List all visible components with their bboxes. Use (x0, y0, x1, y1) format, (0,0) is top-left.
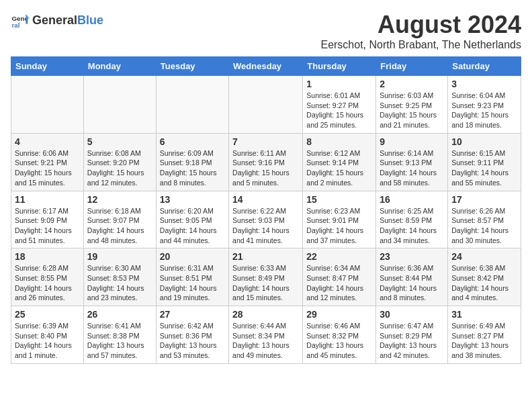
day-number: 16 (380, 194, 444, 205)
cell-content: Sunrise: 6:30 AM Sunset: 8:53 PM Dayligh… (87, 263, 152, 303)
table-row: 14Sunrise: 6:22 AM Sunset: 9:03 PM Dayli… (229, 191, 303, 248)
table-row: 9Sunrise: 6:14 AM Sunset: 9:13 PM Daylig… (376, 133, 448, 191)
cell-content: Sunrise: 6:18 AM Sunset: 9:07 PM Dayligh… (87, 206, 152, 246)
cell-content: Sunrise: 6:06 AM Sunset: 9:21 PM Dayligh… (15, 148, 80, 188)
day-number: 25 (15, 309, 80, 320)
header-monday: Monday (83, 57, 156, 76)
day-number: 23 (380, 251, 444, 262)
table-row: 18Sunrise: 6:28 AM Sunset: 8:55 PM Dayli… (11, 248, 84, 306)
header-thursday: Thursday (303, 57, 376, 76)
table-row: 6Sunrise: 6:09 AM Sunset: 9:18 PM Daylig… (156, 133, 228, 191)
day-number: 12 (87, 194, 152, 205)
cell-content: Sunrise: 6:36 AM Sunset: 8:44 PM Dayligh… (380, 263, 444, 303)
cell-content: Sunrise: 6:39 AM Sunset: 8:40 PM Dayligh… (15, 321, 80, 361)
table-row: 7Sunrise: 6:11 AM Sunset: 9:16 PM Daylig… (229, 133, 303, 191)
day-number: 1 (306, 79, 372, 89)
cell-content: Sunrise: 6:46 AM Sunset: 8:32 PM Dayligh… (306, 321, 372, 361)
table-row: 13Sunrise: 6:20 AM Sunset: 9:05 PM Dayli… (156, 191, 228, 248)
cell-content: Sunrise: 6:22 AM Sunset: 9:03 PM Dayligh… (232, 206, 299, 246)
table-row: 28Sunrise: 6:44 AM Sunset: 8:34 PM Dayli… (229, 306, 303, 364)
table-row: 15Sunrise: 6:23 AM Sunset: 9:01 PM Dayli… (303, 191, 376, 248)
week-row-5: 25Sunrise: 6:39 AM Sunset: 8:40 PM Dayli… (11, 306, 521, 364)
table-row: 3Sunrise: 6:04 AM Sunset: 9:23 PM Daylig… (448, 76, 521, 134)
table-row: 19Sunrise: 6:30 AM Sunset: 8:53 PM Dayli… (83, 248, 156, 306)
day-number: 14 (232, 194, 299, 205)
cell-content: Sunrise: 6:34 AM Sunset: 8:47 PM Dayligh… (306, 263, 372, 303)
table-row: 10Sunrise: 6:15 AM Sunset: 9:11 PM Dayli… (448, 133, 521, 191)
table-row: 17Sunrise: 6:26 AM Sunset: 8:57 PM Dayli… (448, 191, 521, 248)
table-row (11, 76, 84, 134)
week-row-4: 18Sunrise: 6:28 AM Sunset: 8:55 PM Dayli… (11, 248, 521, 306)
day-number: 8 (306, 136, 372, 147)
table-row (156, 76, 228, 134)
day-number: 15 (306, 194, 372, 205)
day-number: 13 (160, 194, 225, 205)
table-row: 30Sunrise: 6:47 AM Sunset: 8:29 PM Dayli… (376, 306, 448, 364)
cell-content: Sunrise: 6:01 AM Sunset: 9:27 PM Dayligh… (306, 91, 372, 130)
cell-content: Sunrise: 6:04 AM Sunset: 9:23 PM Dayligh… (451, 91, 517, 130)
week-row-3: 11Sunrise: 6:17 AM Sunset: 9:09 PM Dayli… (11, 191, 521, 248)
day-number: 31 (451, 309, 517, 320)
table-row: 8Sunrise: 6:12 AM Sunset: 9:14 PM Daylig… (303, 133, 376, 191)
day-number: 7 (232, 136, 299, 147)
cell-content: Sunrise: 6:03 AM Sunset: 9:25 PM Dayligh… (380, 91, 444, 130)
day-number: 2 (380, 79, 444, 89)
table-row: 22Sunrise: 6:34 AM Sunset: 8:47 PM Dayli… (303, 248, 376, 306)
title-section: August 2024 Eerschot, North Brabant, The… (320, 11, 521, 51)
day-number: 20 (160, 251, 225, 262)
day-number: 4 (15, 136, 80, 147)
cell-content: Sunrise: 6:49 AM Sunset: 8:27 PM Dayligh… (451, 321, 517, 361)
cell-content: Sunrise: 6:47 AM Sunset: 8:29 PM Dayligh… (380, 321, 444, 361)
svg-text:ral: ral (11, 21, 19, 29)
cell-content: Sunrise: 6:28 AM Sunset: 8:55 PM Dayligh… (15, 263, 80, 303)
day-number: 11 (15, 194, 80, 205)
cell-content: Sunrise: 6:23 AM Sunset: 9:01 PM Dayligh… (306, 206, 372, 246)
month-year-title: August 2024 (320, 11, 521, 39)
day-number: 29 (306, 309, 372, 320)
cell-content: Sunrise: 6:44 AM Sunset: 8:34 PM Dayligh… (232, 321, 299, 361)
day-number: 6 (160, 136, 225, 147)
header-saturday: Saturday (448, 57, 521, 76)
day-number: 28 (232, 309, 299, 320)
table-row: 23Sunrise: 6:36 AM Sunset: 8:44 PM Dayli… (376, 248, 448, 306)
cell-content: Sunrise: 6:26 AM Sunset: 8:57 PM Dayligh… (451, 206, 517, 246)
table-row: 27Sunrise: 6:42 AM Sunset: 8:36 PM Dayli… (156, 306, 228, 364)
cell-content: Sunrise: 6:38 AM Sunset: 8:42 PM Dayligh… (451, 263, 517, 303)
day-number: 26 (87, 309, 152, 320)
logo-general: General (32, 13, 77, 27)
location-subtitle: Eerschot, North Brabant, The Netherlands (320, 39, 521, 51)
cell-content: Sunrise: 6:11 AM Sunset: 9:16 PM Dayligh… (232, 148, 299, 188)
header-tuesday: Tuesday (156, 57, 228, 76)
table-row: 4Sunrise: 6:06 AM Sunset: 9:21 PM Daylig… (11, 133, 84, 191)
day-number: 22 (306, 251, 372, 262)
table-row: 5Sunrise: 6:08 AM Sunset: 9:20 PM Daylig… (83, 133, 156, 191)
cell-content: Sunrise: 6:42 AM Sunset: 8:36 PM Dayligh… (160, 321, 225, 361)
day-number: 17 (451, 194, 517, 205)
table-row: 21Sunrise: 6:33 AM Sunset: 8:49 PM Dayli… (229, 248, 303, 306)
cell-content: Sunrise: 6:20 AM Sunset: 9:05 PM Dayligh… (160, 206, 225, 246)
cell-content: Sunrise: 6:33 AM Sunset: 8:49 PM Dayligh… (232, 263, 299, 303)
day-number: 30 (380, 309, 444, 320)
table-row: 31Sunrise: 6:49 AM Sunset: 8:27 PM Dayli… (448, 306, 521, 364)
cell-content: Sunrise: 6:12 AM Sunset: 9:14 PM Dayligh… (306, 148, 372, 188)
day-number: 19 (87, 251, 152, 262)
week-row-1: 1Sunrise: 6:01 AM Sunset: 9:27 PM Daylig… (11, 76, 521, 134)
table-row: 20Sunrise: 6:31 AM Sunset: 8:51 PM Dayli… (156, 248, 228, 306)
table-row: 26Sunrise: 6:41 AM Sunset: 8:38 PM Dayli… (83, 306, 156, 364)
header-sunday: Sunday (11, 57, 84, 76)
header-wednesday: Wednesday (229, 57, 303, 76)
cell-content: Sunrise: 6:09 AM Sunset: 9:18 PM Dayligh… (160, 148, 225, 188)
cell-content: Sunrise: 6:41 AM Sunset: 8:38 PM Dayligh… (87, 321, 152, 361)
table-row: 1Sunrise: 6:01 AM Sunset: 9:27 PM Daylig… (303, 76, 376, 134)
cell-content: Sunrise: 6:17 AM Sunset: 9:09 PM Dayligh… (15, 206, 80, 246)
table-row (83, 76, 156, 134)
table-row: 11Sunrise: 6:17 AM Sunset: 9:09 PM Dayli… (11, 191, 84, 248)
day-number: 3 (451, 79, 517, 89)
cell-content: Sunrise: 6:31 AM Sunset: 8:51 PM Dayligh… (160, 263, 225, 303)
day-number: 5 (87, 136, 152, 147)
day-number: 24 (451, 251, 517, 262)
table-row (229, 76, 303, 134)
table-row: 24Sunrise: 6:38 AM Sunset: 8:42 PM Dayli… (448, 248, 521, 306)
table-row: 12Sunrise: 6:18 AM Sunset: 9:07 PM Dayli… (83, 191, 156, 248)
table-row: 16Sunrise: 6:25 AM Sunset: 8:59 PM Dayli… (376, 191, 448, 248)
